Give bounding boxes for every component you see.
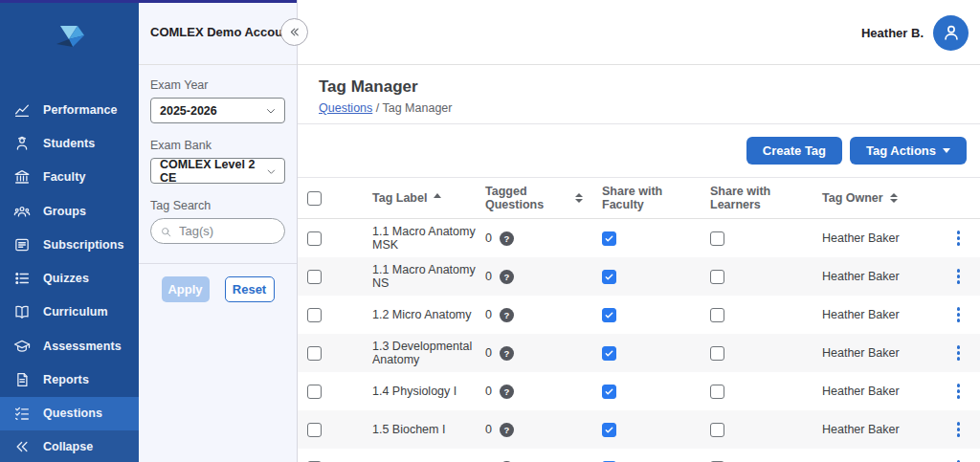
col-tagged-questions-text: Tagged Questions bbox=[485, 185, 568, 211]
table-row: 1.5 Biochem I 0 Heather Baker bbox=[298, 410, 980, 449]
breadcrumb-current: Tag Manager bbox=[382, 101, 452, 115]
share-learners-checkbox[interactable] bbox=[710, 346, 724, 361]
row-select-checkbox[interactable] bbox=[307, 231, 322, 246]
user-avatar[interactable] bbox=[933, 15, 969, 51]
share-faculty-checkbox[interactable] bbox=[602, 308, 616, 322]
sidebar-item-quizzes[interactable]: Quizzes bbox=[0, 261, 139, 295]
filter-body: Exam Year 2025-2026 Exam Bank COMLEX Lev… bbox=[139, 65, 297, 315]
tag-label-cell: 1.3 Developmental Anatomy bbox=[365, 340, 478, 366]
exam-bank-label: Exam Bank bbox=[150, 139, 285, 152]
help-icon[interactable] bbox=[500, 423, 514, 437]
tag-owner-cell: Heather Baker bbox=[803, 308, 937, 321]
share-learners-checkbox[interactable] bbox=[710, 231, 724, 246]
row-menu-icon[interactable] bbox=[951, 380, 967, 403]
checklist-icon bbox=[13, 405, 31, 422]
table-row: 1.4 Physiology I 0 Heather Baker bbox=[298, 372, 980, 410]
tag-actions-label: Tag Actions bbox=[866, 143, 936, 158]
tagged-questions-count: 0 bbox=[485, 423, 492, 436]
brand-logo[interactable] bbox=[0, 0, 139, 73]
col-tag-owner-text: Tag Owner bbox=[822, 191, 883, 205]
table-row: 1.6 OMM I 0 Heather Baker bbox=[298, 449, 980, 462]
help-icon[interactable] bbox=[500, 385, 514, 399]
table-row: 1.2 Micro Anatomy 0 Heather Baker bbox=[298, 296, 980, 334]
tag-search-box bbox=[150, 218, 285, 244]
row-select-checkbox[interactable] bbox=[307, 423, 322, 437]
toolbar: Create Tag Tag Actions bbox=[298, 124, 980, 177]
main-header: Heather B. bbox=[298, 0, 980, 65]
apply-button[interactable]: Apply bbox=[162, 276, 210, 302]
sidebar-item-label: Subscriptions bbox=[43, 238, 124, 252]
share-learners-checkbox[interactable] bbox=[710, 423, 724, 437]
sidebar-item-subscriptions[interactable]: Subscriptions bbox=[0, 228, 139, 261]
report-doc-icon bbox=[13, 371, 31, 388]
sidebar-nav: Performance Students Faculty Groups Subs… bbox=[0, 93, 139, 430]
col-tagged-questions[interactable]: Tagged Questions bbox=[478, 185, 583, 211]
sort-both-icon bbox=[575, 193, 583, 203]
tag-owner-cell: Heather Baker bbox=[803, 270, 937, 283]
table-row: 1.1 Macro Anatomy MSK 0 Heather Baker bbox=[298, 219, 980, 257]
exam-year-select[interactable]: 2025-2026 bbox=[150, 98, 285, 123]
user-name: Heather B. bbox=[861, 26, 924, 40]
title-section: Tag Manager Questions / Tag Manager bbox=[298, 65, 980, 124]
row-menu-icon[interactable] bbox=[951, 418, 967, 441]
tag-table: Tag Label Tagged Questions Share with Fa… bbox=[298, 177, 980, 462]
share-faculty-checkbox[interactable] bbox=[602, 423, 616, 437]
sidebar-item-label: Assessments bbox=[43, 340, 122, 353]
create-tag-button[interactable]: Create Tag bbox=[746, 137, 842, 165]
sidebar-item-faculty[interactable]: Faculty bbox=[0, 161, 139, 194]
sidebar-item-questions[interactable]: Questions bbox=[0, 397, 139, 430]
breadcrumb-questions-link[interactable]: Questions bbox=[319, 101, 372, 115]
share-faculty-checkbox[interactable] bbox=[602, 270, 616, 284]
select-all-checkbox[interactable] bbox=[307, 191, 322, 206]
tag-label-cell: 1.2 Micro Anatomy bbox=[365, 308, 478, 321]
row-select-checkbox[interactable] bbox=[307, 308, 322, 322]
tag-search-input[interactable] bbox=[179, 224, 276, 238]
share-learners-checkbox[interactable] bbox=[710, 385, 724, 399]
search-icon bbox=[160, 225, 172, 237]
tag-label-cell: 1.4 Physiology I bbox=[365, 385, 478, 398]
share-faculty-checkbox[interactable] bbox=[602, 346, 616, 361]
row-menu-icon[interactable] bbox=[951, 265, 967, 288]
student-icon bbox=[13, 135, 31, 152]
col-tag-label-text: Tag Label bbox=[372, 191, 427, 205]
share-faculty-checkbox[interactable] bbox=[602, 231, 616, 246]
exam-bank-value: COMLEX Level 2 CE bbox=[160, 158, 265, 185]
sidebar-item-label: Questions bbox=[43, 407, 102, 420]
col-share-learners-text: Share with Learners bbox=[710, 185, 803, 211]
row-select-checkbox[interactable] bbox=[307, 385, 322, 399]
bank-icon bbox=[13, 168, 31, 186]
sidebar-item-curriculum[interactable]: Curriculum bbox=[0, 296, 139, 329]
row-select-checkbox[interactable] bbox=[307, 270, 322, 284]
tag-owner-cell: Heather Baker bbox=[803, 346, 937, 360]
row-select-checkbox[interactable] bbox=[307, 346, 322, 361]
sidebar-item-label: Groups bbox=[43, 205, 86, 218]
exam-year-label: Exam Year bbox=[150, 78, 285, 92]
reset-button[interactable]: Reset bbox=[225, 276, 275, 302]
share-learners-checkbox[interactable] bbox=[710, 308, 724, 322]
sidebar-item-reports[interactable]: Reports bbox=[0, 363, 139, 396]
tag-actions-button[interactable]: Tag Actions bbox=[850, 137, 967, 165]
sidebar-item-collapse[interactable]: Collapse bbox=[0, 430, 139, 462]
row-menu-icon[interactable] bbox=[951, 303, 967, 326]
app-window: Performance Students Faculty Groups Subs… bbox=[0, 0, 980, 462]
help-icon[interactable] bbox=[500, 308, 514, 322]
row-menu-icon[interactable] bbox=[951, 227, 967, 250]
help-icon[interactable] bbox=[500, 231, 514, 246]
exam-bank-select[interactable]: COMLEX Level 2 CE bbox=[150, 158, 285, 184]
row-menu-icon[interactable] bbox=[951, 456, 967, 462]
share-learners-checkbox[interactable] bbox=[710, 270, 724, 284]
sidebar-item-assessments[interactable]: Assessments bbox=[0, 329, 139, 363]
col-tag-label[interactable]: Tag Label bbox=[365, 191, 478, 205]
sidebar-item-students[interactable]: Students bbox=[0, 126, 139, 160]
help-icon[interactable] bbox=[500, 346, 514, 361]
col-tag-owner[interactable]: Tag Owner bbox=[803, 191, 937, 205]
account-header: COMLEX Demo Account bbox=[139, 0, 297, 65]
panel-collapse-button[interactable] bbox=[280, 18, 308, 46]
sidebar-item-groups[interactable]: Groups bbox=[0, 194, 139, 228]
help-icon[interactable] bbox=[500, 270, 514, 284]
sidebar-item-performance[interactable]: Performance bbox=[0, 93, 139, 126]
row-menu-icon[interactable] bbox=[951, 341, 967, 364]
groups-icon bbox=[13, 203, 31, 220]
share-faculty-checkbox[interactable] bbox=[602, 385, 616, 399]
table-body: 1.1 Macro Anatomy MSK 0 Heather Baker 1.… bbox=[298, 219, 980, 462]
